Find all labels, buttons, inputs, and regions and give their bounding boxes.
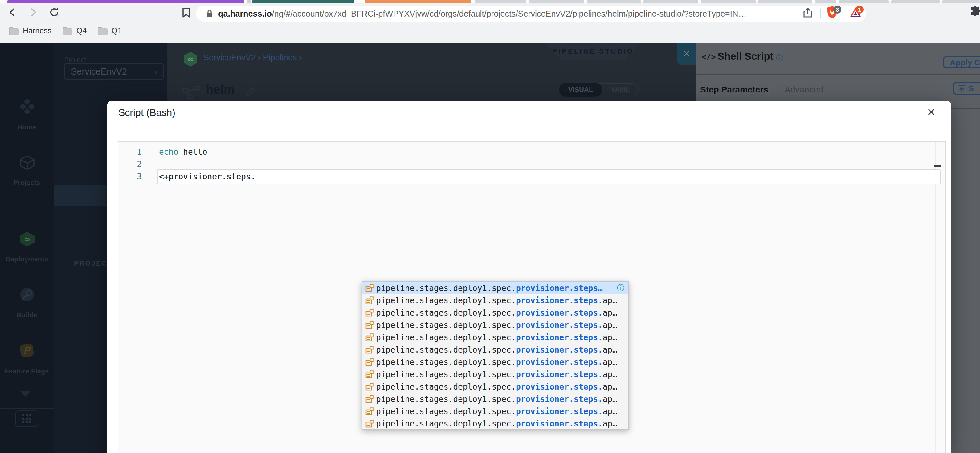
rewards-badge: 1 xyxy=(856,6,864,14)
browser-tab[interactable] xyxy=(365,0,471,3)
bookmark-folder[interactable]: Harness xyxy=(9,27,51,35)
bookmark-label: Q1 xyxy=(111,27,122,35)
chevron-down-icon[interactable] xyxy=(20,391,30,397)
info-icon[interactable]: ⓘ xyxy=(776,53,783,64)
toggle-visual[interactable]: VISUAL xyxy=(559,83,602,97)
harness-project-icon: ∞ xyxy=(183,51,199,67)
sidebar-item-deployments[interactable]: ∞ xyxy=(0,231,54,250)
bookmark-folder[interactable]: Q1 xyxy=(97,27,122,35)
save-as-template-button[interactable]: S xyxy=(953,82,980,95)
project-selector[interactable]: ServiceEnvV2 › xyxy=(64,64,164,79)
bookmark-label: Harness xyxy=(23,27,51,35)
browser-tab[interactable] xyxy=(7,0,244,3)
sidebar-item-feature-flags[interactable] xyxy=(0,342,54,361)
close-icon: ✕ xyxy=(683,49,690,59)
suggestion-item[interactable]: pipeline.stages.deploy1.spec.provisioner… xyxy=(363,356,628,368)
suggestion-match: provisioner.steps. xyxy=(516,419,603,428)
sidebar-item-label: Home xyxy=(0,123,54,131)
browser-tab[interactable] xyxy=(529,0,584,3)
sidebar-item-label: Projects xyxy=(0,179,54,186)
suggestion-info-icon[interactable]: ⓘ xyxy=(617,283,624,293)
back-button[interactable] xyxy=(5,5,20,20)
suggestion-match: provisioner.steps. xyxy=(516,382,603,391)
builds-icon xyxy=(19,286,35,303)
browser-tab[interactable] xyxy=(252,0,355,3)
visual-yaml-toggle: VISUAL YAML xyxy=(560,83,638,96)
suggestion-item[interactable]: pipeline.stages.deploy1.spec.provisioner… xyxy=(363,405,628,417)
expression-snippet-icon xyxy=(366,370,374,378)
address-bar[interactable]: qa.harness.io/ng/#/account/px7xd_BFRCi-p… xyxy=(196,6,866,22)
sidebar-divider xyxy=(0,408,54,408)
suggestion-item[interactable]: pipeline.stages.deploy1.spec.provisioner… xyxy=(363,380,628,393)
browser-tab-strip[interactable] xyxy=(0,0,980,3)
urlbar-divider xyxy=(820,9,821,19)
sidebar-item-label: Deployments xyxy=(0,255,54,262)
suggestion-item[interactable]: pipeline.stages.deploy1.spec.provisioner… xyxy=(363,343,628,356)
browser-tab[interactable] xyxy=(839,0,889,3)
tab-advanced[interactable]: Advanced xyxy=(784,84,823,94)
expression-snippet-icon xyxy=(366,296,374,304)
apply-changes-button[interactable]: Apply Ch xyxy=(943,56,980,68)
sidebar-item-projects[interactable] xyxy=(0,155,54,173)
panel-title: Shell Script xyxy=(718,51,773,62)
suggestion-item[interactable]: pipeline.stages.deploy1.spec.provisioner… xyxy=(363,331,628,343)
code-line: 2 xyxy=(118,158,945,171)
script-modal: Script (Bash) ✕ <+provisioner.steps. 1ec… xyxy=(107,101,951,453)
browser-tab[interactable] xyxy=(891,0,940,3)
studio-label: PIPELINE STUDIO xyxy=(546,43,641,60)
extensions-puzzle-icon[interactable] xyxy=(968,5,980,20)
suggestion-prefix: pipeline.stages.deploy1.spec. xyxy=(376,345,516,354)
browser-tab[interactable] xyxy=(587,0,641,3)
module-grid-button[interactable] xyxy=(16,410,38,427)
bookmarks-bar: Harness Q4 Q1 xyxy=(0,22,980,43)
suggestion-match: provisioner.steps. xyxy=(516,357,603,366)
tab-step-parameters[interactable]: Step Parameters xyxy=(700,84,768,94)
reload-button[interactable] xyxy=(47,5,62,20)
browser-tab[interactable] xyxy=(701,0,756,3)
suggestion-item[interactable]: pipeline.stages.deploy1.spec.provisioner… xyxy=(363,282,628,294)
suggestion-suffix: ap… xyxy=(603,382,617,391)
modal-close-icon[interactable]: ✕ xyxy=(927,106,936,119)
suggestion-suffix: ap… xyxy=(603,308,617,317)
suggestion-prefix: pipeline.stages.deploy1.spec. xyxy=(376,308,516,317)
breadcrumb[interactable]: ServiceEnvV2 › Pipelines › xyxy=(204,53,302,62)
code-text: echo hello xyxy=(159,146,207,158)
browser-tab[interactable] xyxy=(942,0,980,3)
browser-toolbar: qa.harness.io/ng/#/account/px7xd_BFRCi-p… xyxy=(0,3,980,22)
suggestion-match: provisioner.steps. xyxy=(516,332,603,342)
autocomplete-dropdown[interactable]: pipeline.stages.deploy1.spec.provisioner… xyxy=(362,281,629,429)
svg-text:∞: ∞ xyxy=(24,235,30,244)
bookmark-folder[interactable]: Q4 xyxy=(62,27,87,35)
browser-tab[interactable] xyxy=(758,0,812,3)
browser-tab[interactable] xyxy=(474,0,527,3)
line-number: 3 xyxy=(118,171,142,183)
line-number: 1 xyxy=(118,146,142,158)
suggestion-item[interactable]: pipeline.stages.deploy1.spec.provisioner… xyxy=(363,306,628,319)
template-upload-icon xyxy=(958,85,965,92)
pipeline-header: ∞ ServiceEnvV2 › Pipelines › PIPELINE ST… xyxy=(167,43,697,75)
pipeline-icon xyxy=(183,86,200,100)
edit-pencil-icon[interactable] xyxy=(246,86,256,97)
sidebar-item-home[interactable] xyxy=(0,99,54,116)
suggestion-item[interactable]: pipeline.stages.deploy1.spec.provisioner… xyxy=(363,417,628,429)
suggestion-match: provisioner.steps. xyxy=(516,407,603,416)
suggestion-item[interactable]: pipeline.stages.deploy1.spec.provisioner… xyxy=(363,368,628,380)
toggle-yaml[interactable]: YAML xyxy=(602,84,638,95)
suggestion-item[interactable]: pipeline.stages.deploy1.spec.provisioner… xyxy=(363,319,628,331)
suggestion-prefix: pipeline.stages.deploy1.spec. xyxy=(376,357,516,366)
suggestion-match: provisioner.steps. xyxy=(516,296,603,305)
close-studio-button[interactable]: ✕ xyxy=(677,43,697,65)
browser-tab[interactable] xyxy=(815,0,837,3)
share-icon[interactable] xyxy=(800,5,815,20)
suggestion-item[interactable]: pipeline.stages.deploy1.spec.provisioner… xyxy=(363,393,628,405)
sidebar-divider xyxy=(6,202,48,202)
browser-tab[interactable] xyxy=(247,0,251,3)
sidebar-item-builds[interactable] xyxy=(0,286,54,305)
forward-button[interactable] xyxy=(26,5,41,20)
code-token: <+provisioner.steps. xyxy=(159,172,256,181)
expression-snippet-icon xyxy=(366,345,374,353)
browser-tab[interactable] xyxy=(643,0,698,3)
suggestion-item[interactable]: pipeline.stages.deploy1.spec.provisioner… xyxy=(363,294,628,306)
bookmark-ribbon-icon[interactable] xyxy=(179,5,194,20)
home-icon xyxy=(19,99,35,114)
